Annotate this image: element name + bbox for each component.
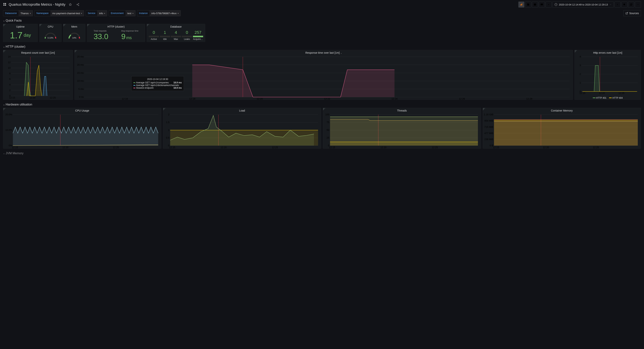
- svg-text:1: 1: [580, 82, 581, 84]
- svg-text:954 MiB: 954 MiB: [484, 119, 493, 122]
- db-stat-idle: 1Idle: [160, 30, 170, 41]
- time-prev-button[interactable]: [546, 2, 552, 8]
- time-range-picker[interactable]: 2020-10-04 12:14:49 to 2020-10-04 12:29:…: [552, 2, 614, 8]
- svg-line-9: [78, 5, 78, 5]
- chevron-down-icon: ⌄: [3, 152, 5, 155]
- svg-text:2: 2: [168, 113, 169, 116]
- svg-text:15 ms: 15 ms: [77, 72, 84, 74]
- uptime-unit: day: [24, 33, 31, 38]
- svg-text:12:25: 12:25: [272, 146, 278, 149]
- var-namespace[interactable]: Namespace mc-payment-channel-test▾: [34, 10, 84, 16]
- svg-text:2: 2: [580, 73, 581, 76]
- svg-point-6: [77, 4, 78, 5]
- cpu-percent: 0.10%: [44, 37, 57, 39]
- svg-text:12:20: 12:20: [380, 146, 386, 149]
- panel-response-time[interactable]: Response time over last [1m] ⌄ 0 ns5 ms1…: [74, 50, 573, 100]
- svg-text:12:16: 12:16: [122, 97, 128, 100]
- svg-text:1: 1: [168, 129, 169, 131]
- toolbar: + 2020-10-04 12:14:49 to 2020-10-04 12:2…: [518, 2, 641, 8]
- svg-point-7: [78, 5, 79, 6]
- svg-text:477 MiB: 477 MiB: [484, 132, 493, 135]
- panel-container-memory[interactable]: Container Memory 0 B238 MiB477 MiB715 Mi…: [482, 108, 641, 149]
- dashboard-grid-icon[interactable]: [3, 3, 6, 7]
- var-service[interactable]: Service info▾: [86, 10, 107, 16]
- svg-text:3: 3: [580, 64, 581, 67]
- save-button[interactable]: [525, 2, 531, 8]
- chevron-down-icon: ⌄: [3, 103, 5, 106]
- var-instance[interactable]: Instance info-578b796887-r4kvx▾: [137, 10, 181, 16]
- sources-button[interactable]: Sources: [624, 10, 641, 16]
- db-stat-max: 4Max: [171, 30, 181, 41]
- svg-rect-0: [4, 3, 4, 4]
- panel-request-count[interactable]: Request count over last [1m] 02468101214…: [3, 50, 73, 100]
- row-quick-facts[interactable]: ⌄ Quick Facts: [0, 18, 644, 23]
- panel-http-kpi[interactable]: HTTP (cluster) Total requests 33.0 Avg r…: [87, 24, 145, 42]
- panel-cpu[interactable]: CPU 0.10%: [39, 24, 62, 42]
- svg-text:0%: 0%: [9, 144, 12, 147]
- svg-text:2: 2: [9, 89, 10, 92]
- time-range-text: 2020-10-04 12:14:49 to 2020-10-04 12:29:…: [559, 3, 608, 6]
- panel-threads[interactable]: Threads 025507510012:1512:2012:25: [323, 108, 481, 149]
- chevron-down-icon: ⌄: [3, 19, 5, 22]
- svg-text:12:22: 12:22: [324, 97, 330, 100]
- http-avg: 9: [121, 32, 126, 41]
- var-datasource[interactable]: Datasource Thanos▾: [3, 10, 33, 16]
- time-next-button[interactable]: [614, 2, 620, 8]
- svg-rect-2: [4, 5, 4, 6]
- zoom-out-button[interactable]: [621, 2, 627, 8]
- row-http-cluster[interactable]: ⌄ HTTP (cluster): [0, 44, 644, 49]
- add-panel-button[interactable]: +: [518, 2, 524, 8]
- svg-text:715 MiB: 715 MiB: [484, 126, 493, 128]
- legend-item[interactable]: HTTP 401: [593, 97, 606, 99]
- svg-text:10: 10: [8, 67, 10, 69]
- mem-percent: 14%: [68, 37, 81, 39]
- svg-rect-3: [5, 5, 6, 6]
- svg-text:12:20: 12:20: [543, 146, 549, 149]
- svg-marker-4: [69, 3, 72, 6]
- panel-cpu-usage[interactable]: CPU Usage 0%10.0%20.0%12:1512:2012:25: [3, 108, 162, 149]
- panel-http-errors[interactable]: Http errors over last [1m] 0123412:1512:…: [574, 50, 641, 100]
- star-icon[interactable]: [68, 2, 73, 7]
- svg-text:75: 75: [326, 121, 329, 124]
- tv-mode-button[interactable]: [539, 2, 545, 8]
- refresh-interval-button[interactable]: [635, 2, 641, 8]
- uptime-value: 1.7: [10, 30, 22, 41]
- svg-line-8: [78, 4, 78, 4]
- refresh-button[interactable]: [628, 2, 634, 8]
- panel-load[interactable]: Load 00.511.5212:1512:2012:25: [163, 108, 321, 149]
- row-hardware[interactable]: ⌄ Hardware utilisation: [0, 102, 644, 107]
- panel-uptime[interactable]: Uptime 1.7 day: [3, 24, 38, 42]
- svg-text:0 ns: 0 ns: [79, 96, 84, 98]
- svg-text:12:15: 12:15: [493, 146, 499, 149]
- svg-text:14: 14: [8, 55, 10, 58]
- share-icon[interactable]: [75, 2, 80, 7]
- svg-text:12:25: 12:25: [50, 96, 56, 99]
- svg-text:20.0%: 20.0%: [5, 113, 12, 116]
- db-stat-acquire…: 257Acquire…: [193, 30, 203, 41]
- dashboard-title[interactable]: Quarkus Microprofile Metrics - Nightly: [9, 3, 66, 7]
- svg-text:10 ms: 10 ms: [77, 79, 84, 82]
- svg-text:25: 25: [326, 136, 329, 139]
- svg-rect-12: [522, 4, 522, 6]
- svg-text:12:20: 12:20: [220, 146, 226, 149]
- panel-mem[interactable]: Mem 14%: [63, 24, 86, 42]
- http-total: 33.0: [94, 32, 108, 41]
- svg-text:6: 6: [9, 78, 10, 80]
- svg-text:12:24: 12:24: [391, 97, 398, 100]
- svg-text:4: 4: [9, 83, 10, 86]
- legend-item[interactable]: HTTP 404: [609, 97, 623, 99]
- svg-text:20 ms: 20 ms: [77, 63, 84, 66]
- svg-rect-10: [520, 5, 520, 6]
- settings-button[interactable]: [532, 2, 538, 8]
- svg-text:5 ms: 5 ms: [78, 88, 84, 90]
- svg-text:8: 8: [9, 72, 10, 75]
- svg-text:12: 12: [8, 61, 10, 64]
- var-environment[interactable]: Environment test▾: [109, 10, 135, 16]
- svg-text:4: 4: [580, 55, 581, 58]
- row-jvm-memory[interactable]: ⌄ JVM Memory: [0, 151, 644, 156]
- svg-text:12:25: 12:25: [432, 146, 438, 149]
- chevron-down-icon: ⌄: [3, 45, 5, 48]
- svg-text:100: 100: [325, 113, 329, 116]
- db-stat-active: 0Active: [149, 30, 159, 41]
- panel-database[interactable]: Database 0Active1Idle4Max0Leaks257Acquir…: [147, 24, 205, 42]
